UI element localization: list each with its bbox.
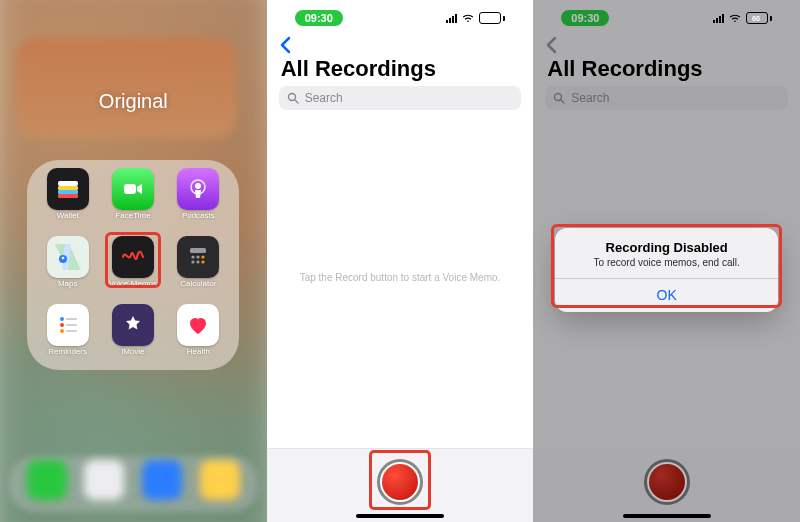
page-title: All Recordings [281,56,436,82]
health-icon [177,304,219,346]
maps-icon [47,236,89,278]
svg-rect-0 [58,181,78,186]
search-placeholder: Search [305,91,343,105]
svg-point-13 [192,260,195,263]
home-indicator[interactable] [356,514,444,518]
svg-line-23 [295,100,298,103]
voice-memos-icon [112,236,154,278]
alert-dialog: Recording Disabled To record voice memos… [555,228,778,312]
svg-point-22 [288,94,295,101]
alert-ok-button[interactable]: OK [555,279,778,312]
app-folder: Wallet FaceTime Podcasts Maps [27,160,239,370]
home-widget [16,38,236,138]
svg-point-5 [195,183,201,189]
alert-message: To record voice memos, end call. [569,257,764,268]
svg-point-10 [192,255,195,258]
wifi-icon [461,13,475,23]
svg-point-18 [60,323,64,327]
reminders-icon [47,304,89,346]
app-label: Calculator [180,279,216,288]
search-input[interactable]: Search [279,86,522,110]
wallet-icon [47,168,89,210]
app-maps[interactable]: Maps [47,236,89,288]
dock-apps [18,460,249,508]
app-label: Maps [58,279,78,288]
svg-rect-1 [58,186,78,190]
app-podcasts[interactable]: Podcasts [177,168,219,220]
record-toolbar [267,448,534,522]
facetime-icon [112,168,154,210]
record-icon [382,464,418,500]
svg-rect-21 [66,330,77,332]
svg-point-8 [61,257,64,260]
svg-rect-17 [66,318,77,320]
alert-title: Recording Disabled [569,240,764,255]
app-label: iMovie [121,347,144,356]
svg-point-15 [202,260,205,263]
imovie-icon [112,304,154,346]
calculator-icon [177,236,219,278]
svg-rect-9 [190,248,206,253]
svg-point-12 [202,255,205,258]
app-label: Health [187,347,210,356]
app-imovie[interactable]: iMovie [112,304,154,356]
svg-rect-19 [66,324,77,326]
status-time-pill[interactable]: 09:30 [295,10,343,26]
record-button[interactable] [377,459,423,505]
app-wallet[interactable]: Wallet [47,168,89,220]
svg-point-20 [60,329,64,333]
svg-rect-4 [124,184,136,194]
app-health[interactable]: Health [177,304,219,356]
cellular-signal-icon [446,13,457,23]
app-calculator[interactable]: Calculator [177,236,219,288]
svg-rect-2 [58,190,78,194]
svg-point-16 [60,317,64,321]
search-icon [287,92,299,104]
folder-title: Original [0,90,267,113]
app-facetime[interactable]: FaceTime [112,168,154,220]
status-bar: 09:30 60 [267,8,534,28]
podcasts-icon [177,168,219,210]
svg-point-14 [197,260,200,263]
empty-state-hint: Tap the Record button to start a Voice M… [267,272,534,283]
app-label: Wallet [57,211,79,220]
app-label: Podcasts [182,211,215,220]
app-label: Voice Memos [109,279,157,288]
app-reminders[interactable]: Reminders [47,304,89,356]
app-voice-memos[interactable]: Voice Memos [109,236,157,288]
svg-rect-3 [58,194,78,198]
battery-icon: 60 [479,12,505,24]
app-label: Reminders [48,347,87,356]
app-label: FaceTime [115,211,150,220]
svg-point-11 [197,255,200,258]
